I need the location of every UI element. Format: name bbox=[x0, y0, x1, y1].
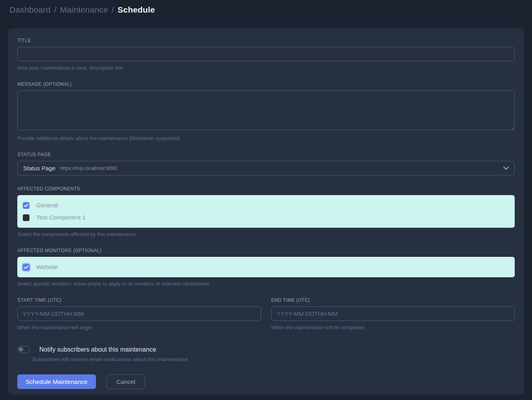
form-actions: Schedule Maintenance Cancel bbox=[17, 374, 515, 389]
checkbox-website[interactable] bbox=[23, 264, 29, 271]
breadcrumb-dashboard[interactable]: Dashboard bbox=[9, 5, 51, 15]
monitor-option-website[interactable]: Website bbox=[23, 262, 509, 272]
affected-components-field-group: AFFECTED COMPONENTS General Test Compone… bbox=[17, 186, 515, 237]
end-time-label: END TIME (UTC) bbox=[271, 297, 515, 303]
notify-subscribers-help-text: Subscribers will receive email notificat… bbox=[32, 356, 515, 362]
title-label: TITLE bbox=[17, 38, 515, 43]
component-option-general[interactable]: General bbox=[23, 201, 509, 210]
notify-subscribers-group: Notify subscribers about this maintenanc… bbox=[17, 346, 515, 362]
status-page-field-group: STATUS PAGE Status Page https://hsp.loca… bbox=[17, 152, 515, 175]
time-fields-row: START TIME (UTC) When the maintenance wi… bbox=[17, 297, 515, 330]
affected-components-panel: General Test Component 1 bbox=[17, 195, 515, 228]
status-page-selected-url: https://hsp.localhost:8081 bbox=[60, 165, 118, 171]
message-help-text: Provide additional details about the mai… bbox=[17, 135, 515, 141]
component-option-test-component-1[interactable]: Test Component 1 bbox=[23, 213, 509, 222]
message-field-group: MESSAGE (OPTIONAL) Provide additional de… bbox=[17, 81, 515, 141]
check-icon bbox=[24, 265, 28, 269]
start-time-input[interactable] bbox=[17, 306, 261, 321]
message-textarea[interactable] bbox=[17, 90, 515, 130]
start-time-field-group: START TIME (UTC) When the maintenance wi… bbox=[17, 297, 261, 330]
affected-components-label: AFFECTED COMPONENTS bbox=[17, 186, 515, 192]
chevron-down-icon bbox=[503, 166, 509, 170]
end-time-help-text: When the maintenance will be completed bbox=[271, 324, 515, 330]
message-label: MESSAGE (OPTIONAL) bbox=[17, 81, 515, 87]
breadcrumb-separator: / bbox=[112, 5, 114, 15]
cancel-button[interactable]: Cancel bbox=[107, 374, 145, 389]
start-time-label: START TIME (UTC) bbox=[17, 297, 261, 303]
monitor-option-label: Website bbox=[36, 264, 58, 271]
notify-subscribers-label: Notify subscribers about this maintenanc… bbox=[39, 346, 156, 353]
start-time-help-text: When the maintenance will begin bbox=[17, 324, 261, 330]
affected-monitors-panel: Website bbox=[17, 257, 515, 277]
schedule-maintenance-form-card: TITLE Give your maintenance a clear, des… bbox=[8, 28, 524, 394]
affected-monitors-help-text: Select specific monitors; leave empty to… bbox=[17, 281, 515, 287]
notify-subscribers-row[interactable]: Notify subscribers about this maintenanc… bbox=[17, 346, 515, 353]
check-icon bbox=[24, 204, 28, 207]
component-option-label: General bbox=[36, 202, 58, 209]
title-help-text: Give your maintenance a clear, descripti… bbox=[17, 65, 515, 71]
status-page-selected-name: Status Page bbox=[23, 165, 55, 171]
schedule-maintenance-button[interactable]: Schedule Maintenance bbox=[17, 374, 96, 389]
affected-monitors-field-group: AFFECTED MONITORS (OPTIONAL) Website Sel… bbox=[17, 248, 515, 287]
top-bar: Dashboard / Maintenance / Schedule bbox=[0, 0, 532, 28]
affected-components-help-text: Select the components affected by this m… bbox=[17, 231, 515, 237]
breadcrumb-maintenance[interactable]: Maintenance bbox=[60, 5, 108, 15]
checkbox-test-component-1[interactable] bbox=[23, 214, 29, 221]
notify-subscribers-toggle[interactable] bbox=[17, 346, 30, 353]
page-title: Schedule bbox=[118, 5, 155, 15]
toggle-knob bbox=[18, 347, 23, 352]
breadcrumb: Dashboard / Maintenance / Schedule bbox=[9, 5, 523, 15]
breadcrumb-separator: / bbox=[54, 5, 57, 15]
title-input[interactable] bbox=[17, 47, 515, 61]
end-time-field-group: END TIME (UTC) When the maintenance will… bbox=[271, 297, 515, 330]
status-page-select[interactable]: Status Page https://hsp.localhost:8081 bbox=[17, 161, 515, 175]
title-field-group: TITLE Give your maintenance a clear, des… bbox=[17, 38, 515, 71]
component-option-label: Test Component 1 bbox=[36, 214, 86, 221]
checkbox-general[interactable] bbox=[23, 202, 29, 209]
status-page-label: STATUS PAGE bbox=[17, 152, 515, 157]
end-time-input[interactable] bbox=[271, 306, 515, 321]
affected-monitors-label: AFFECTED MONITORS (OPTIONAL) bbox=[17, 248, 515, 253]
